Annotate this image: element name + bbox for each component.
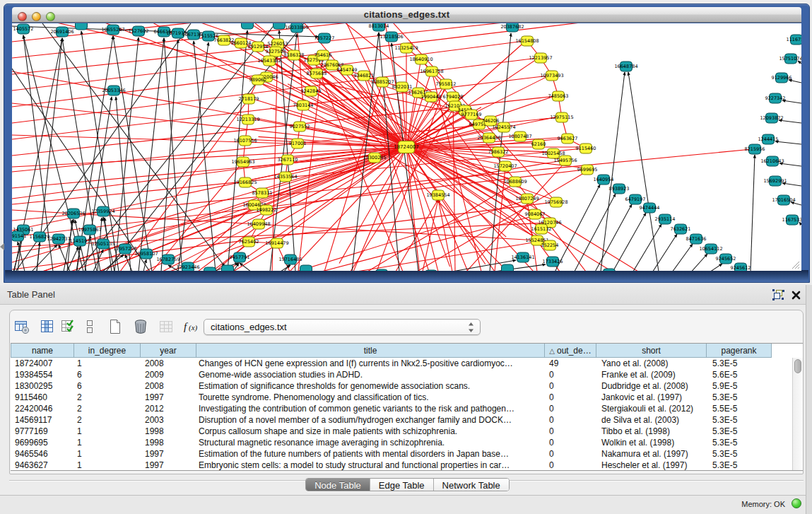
column-header-pagerank[interactable]: pagerank [707,344,772,358]
cell-title[interactable]: Changes of HCN gene expression and I(f) … [196,358,545,369]
graph-edge[interactable] [194,41,216,271]
graph-edge[interactable] [164,38,182,271]
graph-node[interactable]: 19384554 [426,190,449,200]
graph-node[interactable]: 9227342 [765,93,786,103]
cell-name[interactable]: 18300295 [11,380,74,392]
cell-name[interactable]: 19384554 [11,369,74,380]
graph-node[interactable]: 20206536 [61,209,85,218]
table-row[interactable]: 969969511998Structural magnetic resonanc… [11,437,803,448]
graph-edge[interactable] [595,204,632,271]
cell-out_de[interactable]: 0 [545,369,596,380]
cell-name[interactable]: 9699695 [11,437,74,448]
cell-out_de[interactable]: 0 [545,380,596,392]
cell-short[interactable]: Stergiakouli et al. (2012) [596,403,707,414]
graph-node[interactable]: 15692991 [763,176,787,186]
cell-in_degree[interactable]: 6 [74,369,141,380]
graph-node[interactable]: 16648784 [614,62,637,71]
cell-year[interactable]: 1998 [141,426,196,437]
graph-node[interactable]: 1405572 [13,24,34,34]
graph-edge[interactable] [555,185,600,271]
cell-year[interactable]: 2009 [141,369,196,380]
graph-node[interactable]: 1640954 [594,175,614,185]
cell-short[interactable]: Yano et al. (2008) [596,358,707,369]
cell-pagerank[interactable]: 5.3E-5 [707,358,772,369]
cell-pagerank[interactable]: 5.9E-5 [707,380,772,392]
graph-node[interactable]: 15751074 [779,54,801,64]
graph-edge[interactable] [613,213,646,271]
column-header-year[interactable]: year [141,344,196,358]
cell-year[interactable]: 2008 [141,358,196,369]
cell-out_de[interactable]: 0 [545,392,596,403]
tab-node-table[interactable]: Node Table [306,479,370,491]
graph-node[interactable]: 10973493 [540,71,563,81]
cell-out_de[interactable]: 0 [545,448,596,460]
graph-node[interactable]: 9245652 [716,254,736,264]
cell-title[interactable]: Structural magnetic resonance image aver… [196,437,545,448]
graph-edge[interactable] [113,36,152,271]
graph-node[interactable]: 6794028 [443,92,464,102]
graph-node[interactable] [300,265,312,271]
table-row[interactable]: 946554611997Estimation of the future num… [11,448,803,460]
graph-node[interactable]: 16210643 [760,156,784,166]
cell-name[interactable]: 9465546 [11,448,74,460]
tab-network-table[interactable]: Network Table [434,479,509,491]
graph-node[interactable]: 8938923 [609,184,630,194]
cell-short[interactable]: de Silva et al. (2003) [596,414,707,426]
cell-short[interactable]: Dudbridge et al. (2008) [596,380,707,392]
cell-pagerank[interactable]: 5.3E-5 [707,437,772,448]
cell-name[interactable]: 9463627 [11,460,74,471]
graph-node[interactable] [222,265,234,271]
cell-in_degree[interactable]: 2 [74,392,141,403]
cell-in_degree[interactable]: 2 [74,414,141,426]
graph-node[interactable]: 12213957 [529,53,552,63]
cell-in_degree[interactable]: 1 [74,448,141,460]
column-header-name[interactable]: name [11,344,74,358]
function-builder-icon[interactable]: f (x) [181,317,202,336]
cell-title[interactable]: Disruption of a novel member of a sodium… [196,414,545,426]
cell-short[interactable]: Nakamura et al. (1997) [596,448,707,460]
graph-node[interactable]: 16409948 [247,219,270,229]
graph-node[interactable] [502,264,514,271]
graph-node[interactable]: 7632621 [671,224,691,234]
cell-year[interactable]: 1997 [141,392,196,403]
cell-title[interactable]: Investigating the contribution of common… [196,403,545,414]
graph-node[interactable]: 16154808 [515,36,539,46]
graph-node[interactable]: 7485063 [548,91,569,101]
graph-edge[interactable] [259,136,407,147]
graph-node[interactable]: 12975115 [550,112,573,122]
graph-edge[interactable] [775,141,801,144]
graph-node[interactable]: 7857227 [314,33,335,43]
cell-in_degree[interactable]: 1 [74,460,141,471]
graph-node[interactable] [242,23,254,29]
table-row[interactable]: 1938455462009Genome-wide association stu… [11,369,803,380]
graph-node[interactable] [204,267,216,271]
graph-node[interactable]: 7955812 [436,79,457,89]
graph-node[interactable]: 12093872 [760,113,783,123]
graph-edge[interactable] [575,194,616,271]
graph-node[interactable] [425,270,437,271]
table-row[interactable]: 2242004622012Investigating the contribut… [11,403,803,414]
cell-pagerank[interactable]: 5.3E-5 [707,414,772,426]
graph-edge[interactable] [392,43,418,271]
new-table-icon[interactable] [105,317,126,336]
import-table-icon[interactable] [11,317,33,336]
cell-short[interactable]: Hescheler et al. (1997) [596,460,707,471]
cell-out_de[interactable]: 0 [545,426,596,437]
cell-pagerank[interactable]: 5.6E-5 [707,369,772,380]
graph-node[interactable]: 8813014 [369,23,389,31]
graph-node[interactable]: 2935114 [655,214,676,224]
graph-node[interactable]: 1116753 [787,35,801,45]
graph-node[interactable]: 10958107 [134,249,158,259]
graph-edge[interactable] [601,72,625,271]
graph-node[interactable]: 7986322 [488,147,509,157]
graph-node[interactable]: 6479197 [625,194,646,204]
cell-title[interactable]: Corpus callosum shape and size in male p… [196,426,545,437]
cell-pagerank[interactable]: 5.3E-5 [707,448,772,460]
float-panel-icon[interactable] [772,289,784,300]
graph-node[interactable]: 1733426 [543,257,563,267]
cell-name[interactable]: 14569117 [11,414,74,426]
cell-short[interactable]: Jankovic et al. (1997) [596,392,707,403]
graph-node[interactable]: 20053346 [102,86,125,95]
cell-short[interactable]: Wolkin et al. (1998) [596,437,707,448]
cell-in_degree[interactable]: 6 [74,380,141,392]
